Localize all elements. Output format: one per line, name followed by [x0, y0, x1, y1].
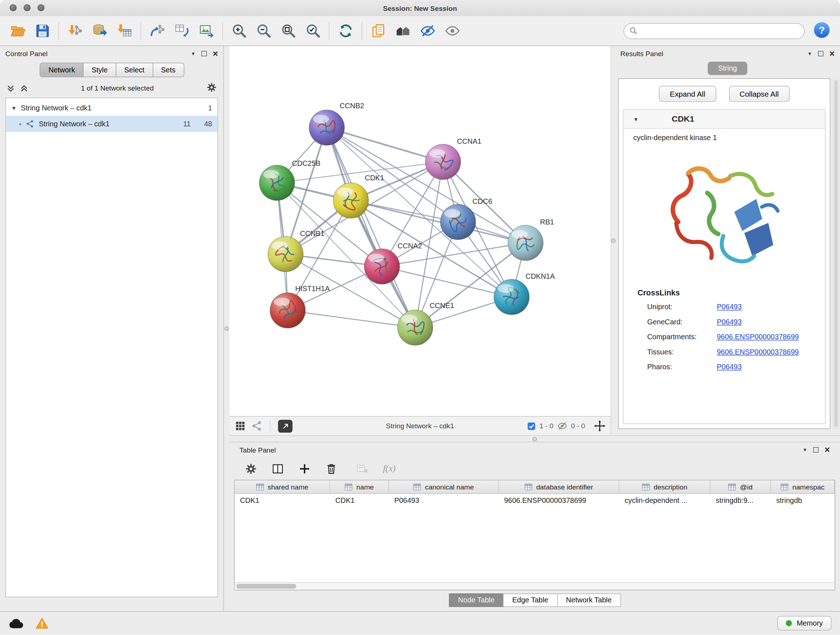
- export-image-button[interactable]: [194, 19, 218, 43]
- network-node-CCNA2[interactable]: [364, 249, 400, 284]
- column-header[interactable]: namespac: [771, 480, 835, 494]
- results-scrollbar[interactable]: [833, 78, 839, 429]
- show-columns-icon[interactable]: [272, 462, 284, 475]
- network-options-button[interactable]: [206, 82, 217, 95]
- network-node-CDK1[interactable]: [333, 183, 369, 218]
- function-builder-button[interactable]: f(x): [383, 463, 396, 474]
- search-input[interactable]: [641, 27, 799, 35]
- gene-disclosure-icon[interactable]: ▼: [633, 116, 638, 122]
- import-table-button[interactable]: [112, 19, 137, 43]
- network-node-CDKN1A[interactable]: [494, 279, 529, 315]
- network-node-CCNE1[interactable]: [398, 310, 433, 345]
- minimize-window-icon[interactable]: [24, 4, 30, 11]
- tab-network[interactable]: Network: [40, 63, 84, 77]
- panel-float-icon[interactable]: [813, 447, 819, 453]
- fit-content-icon[interactable]: [594, 420, 605, 432]
- table-cell[interactable]: cyclin-dependent ...: [619, 494, 711, 508]
- column-header[interactable]: shared name: [235, 480, 330, 494]
- panel-close-icon[interactable]: ×: [213, 49, 218, 58]
- compartments-link[interactable]: 9606.ENSP00000378699: [717, 333, 799, 340]
- close-window-icon[interactable]: [10, 4, 17, 11]
- delete-column-icon[interactable]: [325, 462, 338, 475]
- network-node-CCNA1[interactable]: [425, 144, 461, 180]
- tab-string[interactable]: String: [708, 62, 747, 75]
- table-cell[interactable]: P06493: [389, 494, 499, 508]
- uniprot-link[interactable]: P06493: [717, 302, 742, 310]
- save-session-button[interactable]: [30, 19, 55, 43]
- right-splitter[interactable]: [611, 46, 615, 435]
- show-all-button[interactable]: [440, 19, 464, 43]
- pharos-link[interactable]: P06493: [717, 363, 742, 371]
- tab-node-table[interactable]: Node Table: [449, 593, 504, 607]
- expand-all-button[interactable]: Expand All: [659, 86, 716, 102]
- column-header[interactable]: @id: [711, 480, 771, 494]
- apply-layout-button[interactable]: [333, 19, 358, 43]
- zoom-fit-button[interactable]: [276, 19, 301, 43]
- genecard-link[interactable]: P06493: [717, 318, 742, 325]
- hide-selected-button[interactable]: [415, 19, 440, 43]
- network-node-HIST1H1A[interactable]: [270, 293, 305, 328]
- cloud-icon[interactable]: [9, 617, 25, 630]
- column-header[interactable]: database identifier: [499, 480, 619, 494]
- column-header[interactable]: canonical name: [389, 480, 499, 494]
- tab-style[interactable]: Style: [83, 63, 116, 77]
- horizontal-splitter[interactable]: [229, 435, 840, 442]
- disclosure-triangle-icon[interactable]: ▼: [11, 105, 17, 111]
- import-network-file-button[interactable]: [63, 19, 87, 43]
- network-node-CDC25B[interactable]: [259, 165, 295, 201]
- left-splitter[interactable]: [224, 46, 229, 611]
- column-header[interactable]: name: [330, 480, 389, 494]
- zoom-out-button[interactable]: [251, 19, 276, 43]
- grid-view-icon[interactable]: [235, 420, 246, 432]
- table-settings-gear-icon[interactable]: [245, 462, 257, 475]
- tab-select[interactable]: Select: [116, 63, 153, 77]
- warning-icon[interactable]: [35, 617, 49, 630]
- panel-close-icon[interactable]: ×: [824, 445, 830, 454]
- panel-collapse-icon[interactable]: ▼: [191, 51, 195, 57]
- tissues-link[interactable]: 9606.ENSP00000378699: [717, 348, 799, 356]
- detach-view-button[interactable]: [278, 420, 293, 432]
- network-overview-icon[interactable]: [251, 420, 263, 432]
- results-scrollbar-thumb[interactable]: [834, 80, 838, 428]
- help-button[interactable]: [812, 21, 831, 40]
- table-cell[interactable]: stringdb: [771, 494, 835, 508]
- panel-collapse-icon[interactable]: ▼: [803, 447, 807, 453]
- add-column-icon[interactable]: [298, 462, 311, 475]
- network-node-CDC6[interactable]: [440, 204, 476, 240]
- clone-network-button[interactable]: [169, 19, 194, 43]
- panel-float-icon[interactable]: [818, 51, 823, 57]
- tab-sets[interactable]: Sets: [152, 63, 184, 77]
- panel-collapse-icon[interactable]: ▼: [807, 51, 812, 57]
- table-row[interactable]: CDK1 CDK1 P06493 9606.ENSP00000378699 cy…: [235, 494, 835, 508]
- table-cell[interactable]: CDK1: [330, 494, 389, 508]
- tab-edge-table[interactable]: Edge Table: [503, 593, 557, 607]
- network-node-CCNB2[interactable]: [309, 110, 344, 146]
- selected-checkbox-icon[interactable]: [527, 422, 536, 431]
- panel-close-icon[interactable]: ×: [829, 49, 835, 58]
- collapse-all-icon[interactable]: [6, 84, 15, 93]
- table-cell[interactable]: 9606.ENSP00000378699: [499, 494, 619, 508]
- new-network-button[interactable]: [145, 19, 169, 43]
- network-collection-row[interactable]: ▼ String Network – cdk1 1: [6, 100, 218, 116]
- zoom-window-icon[interactable]: [38, 4, 44, 11]
- network-node-CCNB1[interactable]: [268, 236, 303, 272]
- zoom-selected-button[interactable]: [301, 19, 325, 43]
- tab-network-table[interactable]: Network Table: [557, 593, 621, 607]
- table-horizontal-scrollbar[interactable]: [235, 582, 835, 590]
- memory-button[interactable]: Memory: [777, 616, 831, 631]
- panel-float-icon[interactable]: [202, 51, 207, 57]
- network-node-RB1[interactable]: [508, 225, 543, 261]
- network-row-selected[interactable]: ● String Network – cdk1 11 48: [6, 116, 218, 132]
- copy-style-button[interactable]: [366, 19, 390, 43]
- expand-all-icon[interactable]: [20, 84, 28, 93]
- column-header[interactable]: description: [619, 480, 711, 494]
- table-cell[interactable]: CDK1: [235, 494, 330, 508]
- search-box[interactable]: [624, 23, 805, 39]
- import-network-database-button[interactable]: [87, 19, 112, 43]
- table-scrollbar-thumb[interactable]: [236, 584, 296, 589]
- network-graph[interactable]: CCNB2CCNA1CDC25BCDK1CDC6RB1CCNB1CCNA2CDK…: [229, 46, 611, 416]
- collapse-all-button[interactable]: Collapse All: [729, 86, 790, 102]
- birdseye-button[interactable]: [391, 19, 415, 43]
- open-session-button[interactable]: [5, 19, 30, 43]
- zoom-in-button[interactable]: [226, 19, 251, 43]
